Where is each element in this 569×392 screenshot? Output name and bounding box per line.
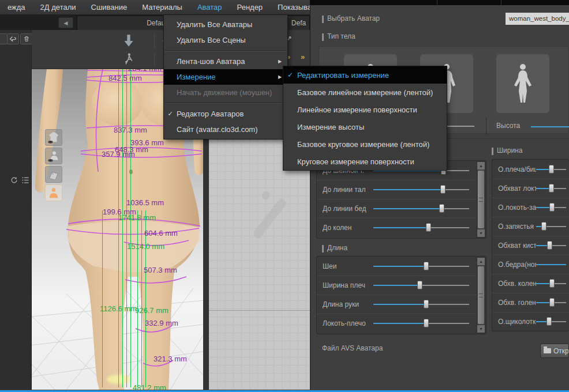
dropdown-item[interactable]: ✓Редактор Аватаров [164, 106, 287, 122]
scroll-up-button[interactable]: ▲ [477, 162, 485, 169]
menu-item-2Д детали[interactable]: 2Д детали [33, 0, 84, 14]
slider-track[interactable] [536, 226, 566, 227]
tab-back-button[interactable]: ◀ [58, 17, 73, 28]
folder-icon [544, 348, 551, 353]
dropdown-item[interactable]: Удалить Все Сцены [164, 32, 287, 48]
slider-track[interactable] [536, 169, 566, 170]
slider-handle[interactable] [549, 165, 554, 174]
slider-handle[interactable] [546, 317, 552, 326]
orange-person-icon [47, 187, 60, 199]
slider-handle[interactable] [439, 204, 444, 213]
submenu-item[interactable]: Базовое линейное измерение (лентой) [283, 84, 447, 101]
slider-track[interactable] [373, 285, 469, 286]
show-avatar-silhouette-button[interactable] [45, 184, 62, 201]
slider-track[interactable] [536, 264, 566, 265]
section-marker [322, 245, 324, 252]
slider-handle[interactable] [426, 223, 431, 232]
measurement-label: 1741.8 mm [118, 213, 156, 222]
submenu-item-label: Круговое измерение поверхности [297, 157, 414, 166]
dropdown-item[interactable]: Сайт (avatar.clo3d.com) [164, 122, 287, 137]
walk-avatar-button[interactable] [113, 51, 145, 68]
scrollbar[interactable]: ▲ ▼ [477, 161, 485, 238]
delete-button[interactable] [20, 33, 32, 44]
slider-handle[interactable] [541, 222, 546, 231]
list-view-button[interactable] [20, 175, 32, 186]
submenu-item-label: Базовое линейное измерение (лентой) [297, 88, 433, 97]
slider-handle[interactable] [549, 203, 555, 212]
submenu-arrow-icon: ▶ [278, 59, 287, 64]
slider-track[interactable] [373, 266, 469, 267]
pattern-ghost-hand [262, 191, 270, 199]
slider-label: О.запястья [498, 223, 536, 231]
submenu-item[interactable]: Линейное измерение поверхности [283, 101, 447, 118]
slider-track[interactable] [536, 207, 566, 208]
menu-item-Рендер[interactable]: Рендер [230, 0, 271, 14]
body-type-thumbnail[interactable] [496, 54, 549, 113]
open-button-label: Откр [553, 347, 569, 355]
slider-row: Обхв. колена [492, 274, 569, 293]
scroll-down-button[interactable]: ▼ [477, 325, 485, 333]
slider-track[interactable] [373, 323, 469, 324]
dropdown-item[interactable]: Измерение▶ [164, 69, 287, 85]
slider-track[interactable] [373, 189, 469, 190]
submenu-item-label: Редактировать измерение [297, 71, 389, 80]
slider-track[interactable] [536, 283, 566, 284]
slider-handle[interactable] [549, 279, 555, 288]
toolbar-overflow-2[interactable]: » [301, 52, 305, 61]
slider-handle[interactable] [549, 298, 555, 307]
submenu-item[interactable]: Круговое измерение поверхности [283, 153, 447, 170]
open-avs-button[interactable]: Откр [540, 344, 569, 358]
slider-label: До линии тал [323, 186, 373, 194]
slider-row: О.запястья [492, 217, 569, 236]
check-icon: ✓ [283, 71, 297, 79]
menu-item-ежда[interactable]: ежда [0, 0, 33, 14]
sync-down-button[interactable] [113, 32, 145, 50]
slider-label: Локоть-плечо [323, 319, 373, 327]
slider-handle[interactable] [424, 262, 429, 270]
slider-handle[interactable] [549, 184, 554, 193]
submenu-item[interactable]: Измерение высоты [283, 118, 447, 135]
submenu-item[interactable]: Базовое круговое измерение (лентой) [283, 135, 447, 153]
scroll-thumb[interactable] [478, 266, 484, 324]
height-slider-track[interactable] [531, 126, 569, 127]
scroll-up-button[interactable]: ▲ [477, 258, 485, 265]
dropdown-item[interactable]: Удалить Все Аватары [164, 17, 287, 32]
tab-pattern-window[interactable]: Defa [287, 16, 310, 30]
slider-track[interactable] [536, 245, 566, 246]
refresh-button[interactable] [8, 175, 20, 186]
slider-track[interactable] [536, 321, 566, 322]
menu-separator [165, 50, 286, 51]
undo-button[interactable] [7, 33, 19, 44]
slider-handle[interactable] [417, 281, 422, 289]
submenu-item[interactable]: ✓Редактировать измерение [283, 66, 447, 84]
slider-row: До линии тал [317, 180, 486, 199]
slider-handle[interactable] [547, 241, 552, 250]
show-fabric-button[interactable] [45, 166, 62, 183]
slider-track[interactable] [373, 208, 469, 209]
slider-track[interactable] [536, 302, 566, 303]
slider-handle[interactable] [440, 185, 446, 194]
slider-label: О.локоть-зап [498, 203, 536, 212]
show-garment-button[interactable] [45, 129, 62, 146]
slider-label: О.плеча/бице [498, 165, 536, 174]
select-avatar-label: Выбрать Аватар [327, 14, 380, 22]
slider-track[interactable] [373, 304, 469, 305]
menu-item-Материалы[interactable]: Материалы [134, 0, 190, 14]
scroll-down-button[interactable]: ▼ [477, 229, 485, 237]
dropdown-item[interactable]: Лента-шов Аватара▶ [164, 54, 287, 69]
slider-row: Обхват кисти [492, 236, 569, 255]
slider-handle[interactable] [424, 300, 429, 308]
scroll-thumb[interactable] [478, 171, 484, 228]
avatar-name-field[interactable]: woman_west_body_V [506, 13, 569, 25]
tab-separator [501, 0, 501, 5]
menu-item-Аватар[interactable]: Аватар [190, 0, 230, 14]
slider-track[interactable] [373, 227, 469, 228]
pattern-guide-line [209, 310, 310, 311]
slider-handle[interactable] [424, 319, 429, 327]
menu-item-Сшивание[interactable]: Сшивание [84, 0, 135, 14]
dropdown-item-label: Удалить Все Сцены [177, 36, 278, 44]
scrollbar[interactable]: ▲ ▼ [477, 257, 485, 333]
slider-track[interactable] [536, 188, 566, 189]
show-avatar-button[interactable] [45, 148, 62, 164]
pattern-ghost-arm [252, 197, 287, 240]
